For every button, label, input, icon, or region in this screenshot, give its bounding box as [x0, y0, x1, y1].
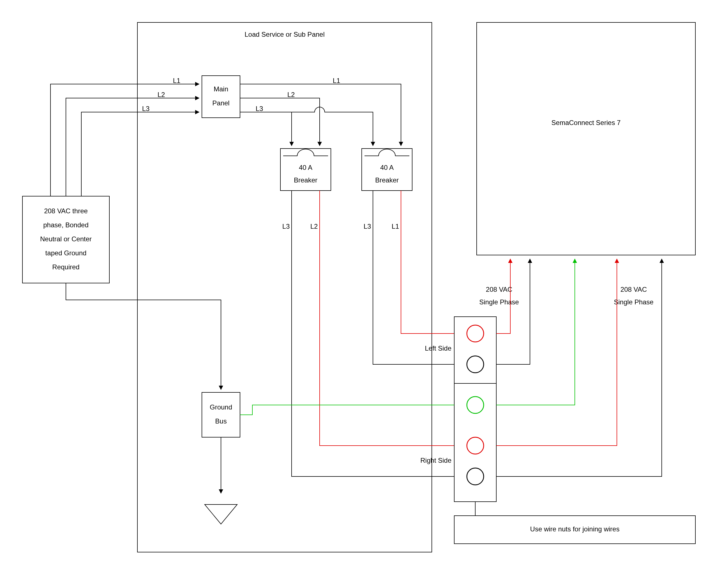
- voltage1-line1: 208 VAC: [486, 286, 512, 293]
- terminal-left-black: [467, 356, 484, 373]
- l2-in-label: L2: [158, 91, 165, 98]
- l2-panel-label: L2: [287, 91, 295, 98]
- l3-in-label: L3: [142, 105, 150, 112]
- voltage2-line1: 208 VAC: [620, 286, 647, 293]
- b1-l2-label: L2: [310, 223, 318, 230]
- source-line1: 208 VAC three: [44, 207, 88, 215]
- out-left-red: [496, 259, 510, 334]
- source-line2: phase, Bonded: [43, 221, 88, 229]
- panel-title: Load Service or Sub Panel: [245, 30, 325, 38]
- sub-panel-box: [137, 22, 432, 552]
- main-panel-line1: Main: [214, 85, 228, 93]
- ground-bus-line2: Bus: [215, 417, 227, 425]
- device-name: SemaConnect Series 7: [552, 119, 621, 126]
- b2-l1-label: L1: [392, 223, 399, 230]
- l3-panel-label: L3: [256, 105, 263, 112]
- breaker1-line1: 40 A: [299, 164, 312, 171]
- breaker2-line2: Breaker: [375, 176, 399, 184]
- ground-bus-box: [202, 392, 240, 437]
- l1-panel-label: L1: [333, 77, 341, 84]
- device-box: [477, 22, 695, 255]
- breaker2-line1: 40 A: [380, 164, 394, 171]
- source-line3: Neutral or Center: [40, 235, 92, 243]
- terminal-right-red: [467, 437, 484, 454]
- terminal-right-black: [467, 468, 484, 485]
- out-left-black: [496, 259, 530, 364]
- breaker1-line2: Breaker: [294, 176, 318, 184]
- out-green: [496, 259, 575, 405]
- voltage1-line2: Single Phase: [479, 298, 519, 306]
- terminal-green: [467, 397, 484, 413]
- l1-in-label: L1: [173, 77, 181, 84]
- out-right-red: [496, 259, 617, 446]
- b1-l3-label: L3: [282, 223, 290, 230]
- ground-bus-line1: Ground: [210, 403, 232, 411]
- wiring-diagram: Load Service or Sub Panel SemaConnect Se…: [0, 0, 715, 588]
- wire-nut-note: Use wire nuts for joining wires: [530, 525, 620, 533]
- source-line4: taped Ground: [45, 249, 87, 257]
- terminal-left-red: [467, 325, 484, 342]
- left-side-label: Left Side: [425, 344, 451, 352]
- main-panel-line2: Panel: [212, 99, 229, 107]
- voltage2-line2: Single Phase: [614, 298, 653, 306]
- right-side-label: Right Side: [420, 457, 451, 464]
- source-line5: Required: [52, 263, 79, 271]
- b2-l3-label: L3: [364, 223, 371, 230]
- main-panel-box: [202, 76, 240, 118]
